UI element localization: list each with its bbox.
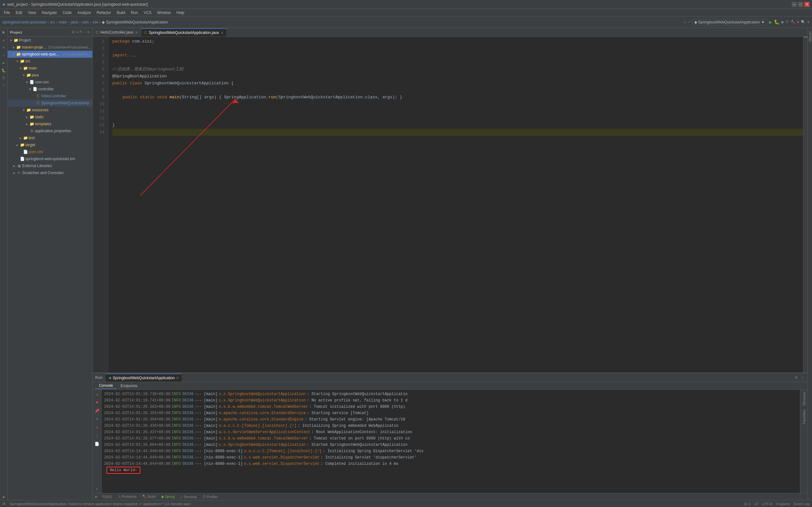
run-fold-btn[interactable]: ≡ xyxy=(94,416,101,422)
menu-file[interactable]: File xyxy=(1,10,12,15)
tree-item-main[interactable]: ▼ 📁 main xyxy=(8,65,92,72)
run-clear-btn[interactable]: ⊗ xyxy=(94,424,101,431)
tree-item-scratch[interactable]: ► ✏ Scratches and Consoles xyxy=(8,169,92,176)
run-restart-btn[interactable]: ↺ xyxy=(94,391,101,398)
tree-item-project[interactable]: ▼ 📁 Project xyxy=(8,37,92,44)
left-icon-bookmark[interactable]: ★ xyxy=(1,37,7,43)
run-pin-btn[interactable]: 📌 xyxy=(94,407,101,414)
toolbar-stop-btn[interactable]: ■ xyxy=(797,20,799,24)
left-icon-vcs[interactable]: ⑂ xyxy=(1,82,7,89)
run-tab-close[interactable]: ✕ xyxy=(176,376,179,380)
tree-item-maven-project[interactable]: ► 📁 maven-project01 D:\code\IdeaProjects… xyxy=(8,44,92,51)
maven-tab-label[interactable]: Maven xyxy=(808,29,812,44)
left-icon-debug2[interactable]: 🐛 xyxy=(1,67,7,73)
toolbar-debug-btn[interactable]: 🐛 xyxy=(774,19,779,25)
tree-item-java[interactable]: ▼ 📁 java xyxy=(8,72,92,79)
menu-vcs[interactable]: VCS xyxy=(141,10,154,15)
bottom-tab-problems[interactable]: ⚠ Problems xyxy=(115,494,139,499)
run-stop-btn[interactable]: ■ xyxy=(94,399,101,406)
status-position[interactable]: 21:1 xyxy=(744,502,751,506)
left-icon-find[interactable]: ⌕ xyxy=(1,52,7,58)
tree-item-test[interactable]: ► 📁 test xyxy=(8,134,92,142)
tree-icon-settings[interactable]: ⚙ xyxy=(72,30,75,34)
toolbar-avatar[interactable]: ☺ xyxy=(684,20,687,24)
tab-hello-controller[interactable]: C HelloController.java ✕ xyxy=(93,28,141,37)
toolbar-coverage-btn[interactable]: ▩ xyxy=(781,20,783,24)
tab-close-main[interactable]: ✕ xyxy=(221,31,223,35)
title-bar-controls[interactable]: — □ ✕ xyxy=(792,2,809,7)
bottom-tab-todo[interactable]: TODO xyxy=(99,494,114,499)
structure-label[interactable]: Structure xyxy=(802,390,807,408)
tree-item-app-props[interactable]: ► ⚙ application.properties xyxy=(8,127,92,134)
breadcrumb-java[interactable]: java xyxy=(71,20,78,24)
toolbar-search-btn[interactable]: 🔍 xyxy=(801,20,805,24)
breadcrumb-com[interactable]: com xyxy=(82,20,89,24)
tree-item-main-app[interactable]: ► C SpringbootWebQuickstartAp xyxy=(8,100,92,107)
tree-item-static[interactable]: ► 📁 static xyxy=(8,114,92,120)
bottom-tab-profiler[interactable]: ⏱ Profiler xyxy=(200,494,220,499)
left-icon-project[interactable]: ▣ xyxy=(1,29,7,36)
run-tab-main[interactable]: ◆ SpringbootWebQuickstartApplication ✕ xyxy=(106,374,182,382)
tree-item-templates[interactable]: ► 📁 templates xyxy=(8,120,92,127)
run-icon-settings[interactable]: ⚙ xyxy=(794,375,799,380)
toolbar-run-config-dropdown[interactable]: ◆ SpringbootWebQuickstartApplication ▼ xyxy=(692,19,767,25)
tree-item-springboot[interactable]: ▼ 📁 springboot-web-quickstart D:\code\Id… xyxy=(8,51,92,58)
breadcrumb-class[interactable]: ◆ SpringbootWebQuickstartApplication xyxy=(102,20,168,24)
toolbar-run-btn[interactable]: ▶ xyxy=(769,19,772,25)
tree-icon-close[interactable]: ✕ xyxy=(87,30,90,34)
code-editor[interactable]: package com.xixi; import ... //启动类，用来启动s… xyxy=(108,37,803,373)
status-indent[interactable]: 4 spaces xyxy=(776,502,790,506)
run-bottom-icon[interactable]: ▶ xyxy=(95,494,97,499)
toolbar-profile-btn[interactable]: ⏱ xyxy=(785,20,789,24)
console-tab-endpoints[interactable]: Endpoints xyxy=(117,383,141,389)
tree-icon-expand[interactable]: ⇱ xyxy=(80,30,83,34)
menu-view[interactable]: View xyxy=(26,10,39,15)
run-scroll-btn[interactable]: ↓ xyxy=(94,432,101,439)
run-icon-minimize[interactable]: − xyxy=(800,375,805,380)
menu-analyze[interactable]: Analyze xyxy=(75,10,94,15)
bottom-tab-spring[interactable]: ◆ Spring xyxy=(159,494,177,499)
menu-run[interactable]: Run xyxy=(129,10,141,15)
tree-item-src[interactable]: ▼ 📁 src xyxy=(8,58,92,65)
console-tab-console[interactable]: Console xyxy=(95,383,117,389)
left-icon-run2[interactable]: ▶ xyxy=(1,60,7,66)
toolbar-build-btn[interactable]: 🔨 xyxy=(791,20,795,24)
tree-item-resources[interactable]: ▼ 📁 resources xyxy=(8,107,92,114)
run-cog-btn[interactable]: • xyxy=(94,486,101,493)
favorites-label[interactable]: Favorites xyxy=(802,408,807,426)
event-log-btn[interactable]: Event Log xyxy=(794,502,809,506)
tree-item-ext-lib[interactable]: ► ▣ External Libraries xyxy=(8,162,92,169)
status-linesep[interactable]: LF xyxy=(754,502,758,506)
tree-item-iml[interactable]: ► 📄 springboot-web-quickstart.iml xyxy=(8,155,92,162)
bottom-tab-build[interactable]: 🔨 Build xyxy=(140,494,158,499)
breadcrumb-main[interactable]: main xyxy=(59,20,67,24)
console-output[interactable]: 2024-02-03T14:01:19.738+08:00 INFO 38336… xyxy=(102,390,800,493)
status-encoding[interactable]: UTF-8 xyxy=(762,502,772,506)
run-print-btn[interactable]: 📄 xyxy=(94,440,101,447)
tree-item-pom[interactable]: ► 📄 pom.xml xyxy=(8,149,92,155)
maximize-button[interactable]: □ xyxy=(798,2,803,7)
tab-close-hello[interactable]: ✕ xyxy=(135,31,138,34)
toolbar-settings-btn[interactable]: ⚙ xyxy=(807,20,809,24)
menu-build[interactable]: Build xyxy=(114,10,128,15)
menu-navigate[interactable]: Navigate xyxy=(39,10,59,15)
tree-item-target[interactable]: ► 📁 target xyxy=(8,142,92,149)
menu-refactor[interactable]: Refactor xyxy=(94,10,114,15)
tree-item-hello-ctrl[interactable]: ► C HelloController xyxy=(8,93,92,100)
tree-item-controller[interactable]: ▼ 📑 controller xyxy=(8,86,92,93)
breadcrumb-project[interactable]: springboot-web-quickstart xyxy=(3,20,46,24)
tree-icon-collapse[interactable]: − xyxy=(84,30,86,34)
toolbar-cursor-icon[interactable]: ✓ xyxy=(688,20,690,24)
close-button[interactable]: ✕ xyxy=(804,2,809,7)
breadcrumb-src[interactable]: src xyxy=(50,20,55,24)
minimize-button[interactable]: — xyxy=(792,2,797,7)
bottom-tab-terminal[interactable]: □ Terminal xyxy=(178,494,199,499)
left-icon-maven[interactable]: ◆ xyxy=(1,494,7,500)
left-icon-structure[interactable]: ≡ xyxy=(1,44,7,51)
menu-code[interactable]: Code xyxy=(60,10,74,15)
tab-main-app[interactable]: C SpringbootWebQuickstartApplication.jav… xyxy=(141,28,227,37)
menu-edit[interactable]: Edit xyxy=(13,10,25,15)
menu-help[interactable]: Help xyxy=(174,10,187,15)
breadcrumb-xixi[interactable]: xixi xyxy=(93,20,98,24)
tree-icon-list[interactable]: ≡ xyxy=(76,30,78,34)
